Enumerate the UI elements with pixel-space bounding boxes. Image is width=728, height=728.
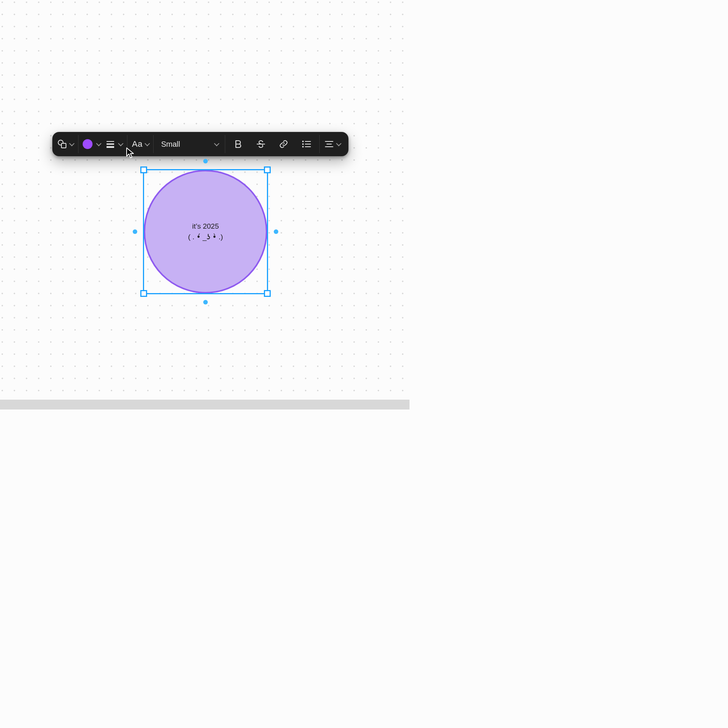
stroke-weight-icon <box>106 140 115 148</box>
link-icon <box>279 140 288 149</box>
svg-point-8 <box>302 146 304 147</box>
connector-handle-bottom[interactable] <box>203 300 208 304</box>
svg-rect-1 <box>61 143 66 148</box>
bottom-strip <box>0 400 410 410</box>
svg-point-7 <box>302 143 304 145</box>
toolbar-divider <box>153 135 154 153</box>
font-family-button[interactable]: Aa <box>129 135 152 153</box>
shape-text-line[interactable]: ( . •́ _ʖ •̀ .) <box>188 232 223 242</box>
font-icon: Aa <box>132 139 143 149</box>
chevron-down-icon <box>118 141 123 146</box>
shape-text-line[interactable]: it’s 2025 <box>192 221 219 232</box>
floating-toolbar: Aa Small <box>52 132 348 156</box>
bold-icon <box>234 140 242 148</box>
text-align-button[interactable] <box>321 135 347 153</box>
shapes-icon <box>57 139 67 149</box>
resize-handle-bottom-right[interactable] <box>264 290 271 297</box>
chevron-down-icon <box>336 141 341 146</box>
font-size-select[interactable]: Small <box>155 135 223 153</box>
selected-shape[interactable]: it’s 2025 ( . •́ _ʖ •̀ .) <box>144 170 267 293</box>
chevron-down-icon <box>96 141 101 146</box>
resize-handle-top-left[interactable] <box>140 166 147 173</box>
align-center-icon <box>325 141 333 147</box>
resize-handle-bottom-left[interactable] <box>140 290 147 297</box>
svg-point-6 <box>302 141 304 142</box>
strikethrough-button[interactable] <box>249 135 272 153</box>
shape-picker-button[interactable] <box>54 135 77 153</box>
link-button[interactable] <box>272 135 295 153</box>
chevron-down-icon <box>214 141 219 146</box>
connector-handle-right[interactable] <box>274 229 278 234</box>
resize-handle-top-right[interactable] <box>264 166 271 173</box>
toolbar-divider <box>225 135 225 153</box>
chevron-down-icon <box>69 141 74 146</box>
list-icon <box>302 140 311 148</box>
toolbar-divider <box>127 135 127 153</box>
toolbar-divider <box>319 135 320 153</box>
canvas[interactable]: Aa Small <box>0 0 410 410</box>
strikethrough-icon <box>256 140 265 148</box>
connector-handle-top[interactable] <box>203 159 208 163</box>
toolbar-divider <box>78 135 78 153</box>
bullet-list-button[interactable] <box>295 135 318 153</box>
chevron-down-icon <box>144 141 150 146</box>
stroke-width-button[interactable] <box>103 135 126 153</box>
bold-button[interactable] <box>227 135 249 153</box>
fill-color-button[interactable] <box>80 135 103 153</box>
connector-handle-left[interactable] <box>133 229 137 234</box>
color-swatch-icon <box>83 139 93 149</box>
circle-shape[interactable]: it’s 2025 ( . •́ _ʖ •̀ .) <box>144 170 267 293</box>
font-size-value: Small <box>161 140 180 149</box>
